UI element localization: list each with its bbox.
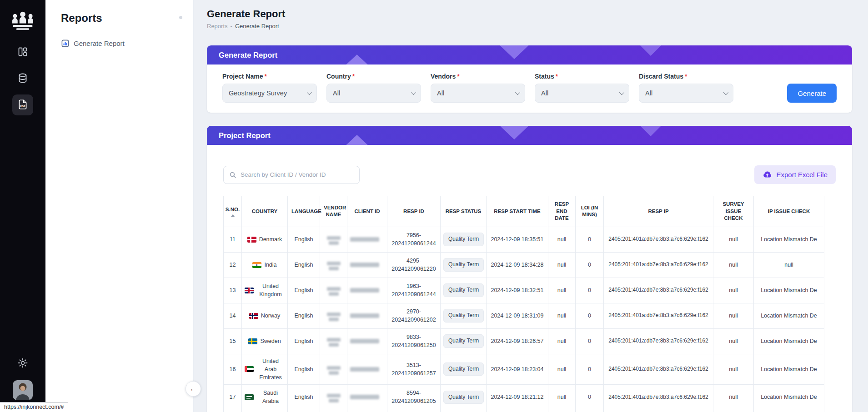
user-avatar[interactable] bbox=[13, 380, 33, 400]
country-value: United Kingdom bbox=[245, 282, 285, 298]
column-header-language[interactable]: LANGUAGE bbox=[288, 196, 320, 227]
cell-client-id bbox=[347, 354, 387, 384]
status-select[interactable]: All bbox=[535, 84, 629, 103]
redacted-bar bbox=[327, 394, 341, 397]
sidebar-item-generate-report[interactable]: Generate Report bbox=[61, 39, 182, 48]
table-row: 13United KingdomEnglish1963-202412090612… bbox=[224, 278, 824, 303]
search-input[interactable] bbox=[241, 171, 354, 178]
settings-button[interactable] bbox=[12, 353, 33, 374]
cell-ip-issue-check: null bbox=[754, 252, 824, 278]
project-name-select[interactable]: Geostrategy Survey bbox=[222, 84, 317, 103]
decor-triangle bbox=[343, 55, 371, 65]
search-box[interactable] bbox=[223, 166, 360, 184]
select-value: Geostrategy Survey bbox=[229, 89, 287, 97]
primary-sidebar: PDF bbox=[0, 0, 45, 412]
rail-nav: PDF bbox=[12, 42, 33, 115]
table-row: 17Saudi ArabiaEnglish8594-20241209061205… bbox=[224, 384, 824, 410]
cell-resp-end-date: null bbox=[548, 227, 576, 252]
sidebar-collapse-dot[interactable] bbox=[179, 16, 182, 19]
field-label: Country* bbox=[326, 73, 421, 80]
table-row: 16United Arab EmiratesEnglish3513-202412… bbox=[224, 354, 824, 384]
cell-resp-id: 7956-20241209061244 bbox=[387, 227, 441, 252]
column-header-ip-issue-check[interactable]: IP ISSUE CHECK bbox=[754, 196, 824, 227]
required-asterisk: * bbox=[352, 73, 355, 80]
cell-client-id bbox=[347, 384, 387, 410]
pdf-report-icon: PDF bbox=[17, 99, 29, 112]
column-header-loi[interactable]: LOI (IN MINS) bbox=[576, 196, 604, 227]
column-header-resp-status[interactable]: RESP STATUS bbox=[441, 196, 487, 227]
sidebar-collapse-button[interactable]: ← bbox=[186, 381, 201, 397]
cell-country: United Arab Emirates bbox=[242, 354, 288, 384]
field-discard-status: Discard Status* All bbox=[639, 73, 733, 103]
cell-survey-issue-check: null bbox=[713, 252, 754, 278]
export-excel-button[interactable]: Export Excel File bbox=[754, 165, 836, 184]
column-header-client-id[interactable]: CLIENT ID bbox=[347, 196, 387, 227]
cell-country: Norway bbox=[242, 303, 288, 328]
cell-resp-start-time: 2024-12-09 18:23:04 bbox=[487, 354, 548, 384]
column-header-survey-issue-check[interactable]: SURVEY ISSUE CHECK bbox=[713, 196, 754, 227]
settings-gear-icon bbox=[17, 357, 28, 370]
main-content: Generate Report Reports-Generate Report … bbox=[194, 0, 868, 412]
sidebar-item-database[interactable] bbox=[12, 68, 33, 89]
cell-resp-id: 4295-20241209061220 bbox=[387, 252, 441, 278]
table-row: 12IndiaEnglish4295-20241209061220Quality… bbox=[224, 252, 824, 278]
decor-triangle bbox=[496, 126, 532, 139]
cell-resp-status: Quality Term bbox=[441, 227, 487, 252]
column-header-resp-id[interactable]: RESP ID bbox=[387, 196, 441, 227]
field-label: Project Name* bbox=[222, 73, 317, 80]
cell-vendor-name bbox=[320, 278, 347, 303]
column-header-resp-ip[interactable]: RESP IP bbox=[604, 196, 713, 227]
country-select[interactable]: All bbox=[326, 84, 421, 103]
secondary-sidebar: Reports Generate Report bbox=[45, 0, 194, 412]
cloud-upload-icon bbox=[763, 171, 772, 179]
column-header-sno[interactable]: S.NO. bbox=[224, 196, 242, 227]
app-logo[interactable] bbox=[10, 10, 35, 32]
cell-resp-start-time: 2024-12-09 18:32:51 bbox=[487, 278, 548, 303]
column-header-country[interactable]: COUNTRY bbox=[242, 196, 288, 227]
country-value: United Arab Emirates bbox=[245, 357, 285, 382]
cell-vendor-name bbox=[320, 384, 347, 410]
cell-sno bbox=[224, 410, 242, 412]
table-header-row: S.NO. COUNTRY LANGUAGE VENDOR NAME CLIEN… bbox=[224, 196, 824, 227]
cell-resp-start-time: 2024-12-09 18:26:57 bbox=[487, 328, 548, 354]
vendors-select[interactable]: All bbox=[431, 84, 525, 103]
cell-resp-status: Quality Term bbox=[441, 354, 487, 384]
cell-resp-status: Quality Term bbox=[441, 328, 487, 354]
cell-resp-status: Quality Term bbox=[441, 303, 487, 328]
cell-sno: 11 bbox=[224, 227, 242, 252]
cell-country: Saudi Arabia bbox=[242, 384, 288, 410]
column-header-resp-start-time[interactable]: RESP START TIME bbox=[487, 196, 548, 227]
cell-survey-issue-check: null bbox=[713, 328, 754, 354]
cell-resp-status: Quality Term bbox=[441, 278, 487, 303]
generate-button[interactable]: Generate bbox=[787, 84, 837, 103]
breadcrumb-current: Generate Report bbox=[235, 23, 279, 30]
cell-resp-end-date: null bbox=[548, 354, 576, 384]
required-asterisk: * bbox=[264, 73, 266, 80]
cell-language: English bbox=[288, 252, 320, 278]
status-badge: Quality Term bbox=[443, 391, 484, 404]
sidebar-item-reports[interactable]: PDF bbox=[12, 94, 33, 115]
status-badge: Quality Term bbox=[443, 258, 484, 271]
se-flag-icon bbox=[248, 338, 257, 344]
sidebar-item-dashboard[interactable] bbox=[12, 42, 33, 63]
redacted-client-id bbox=[350, 263, 379, 267]
cell-resp-id: 2970-20241209061202 bbox=[387, 303, 441, 328]
column-header-resp-end-date[interactable]: RESP END DATE bbox=[548, 196, 576, 227]
cell-resp-status: Quality Term bbox=[441, 384, 487, 410]
cell-client-id bbox=[347, 278, 387, 303]
cell-resp-end-date: null bbox=[548, 328, 576, 354]
sidebar-item-label: Generate Report bbox=[74, 40, 125, 47]
report-table-wrapper: S.NO. COUNTRY LANGUAGE VENDOR NAME CLIEN… bbox=[223, 196, 836, 412]
required-asterisk: * bbox=[685, 73, 687, 80]
cell-ip-issue-check: Location Mismatch De bbox=[754, 328, 824, 354]
cell-resp-ip: 2405:201:401a:db7e:8b3:a7c6:629e:f162 bbox=[604, 354, 713, 384]
cell-country: India bbox=[242, 252, 288, 278]
discard-status-select[interactable]: All bbox=[639, 84, 733, 103]
cell-country bbox=[242, 410, 288, 412]
chevron-down-icon bbox=[411, 90, 416, 95]
cell-survey-issue-check: null bbox=[713, 354, 754, 384]
column-header-vendor-name[interactable]: VENDOR NAME bbox=[320, 196, 347, 227]
redacted-vendor-name bbox=[327, 287, 341, 296]
breadcrumb-parent[interactable]: Reports bbox=[207, 23, 228, 30]
cell-loi: 0 bbox=[576, 328, 604, 354]
